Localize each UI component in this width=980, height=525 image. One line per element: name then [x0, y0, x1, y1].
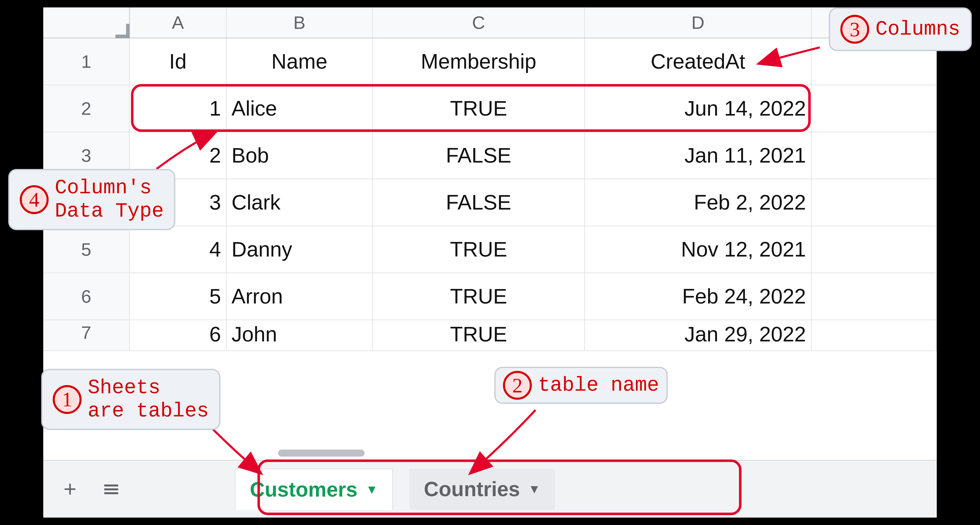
annotation-label: table name: [538, 374, 659, 397]
annotation-label: Sheets are tables: [88, 376, 209, 423]
cell-B3[interactable]: Bob: [227, 132, 373, 179]
cell-E4[interactable]: [811, 179, 937, 226]
cell-C4[interactable]: FALSE: [373, 179, 585, 226]
row-header-7[interactable]: 7: [43, 320, 130, 351]
annotation-1-sheets: 1 Sheets are tables: [41, 369, 220, 430]
cell-C2[interactable]: TRUE: [373, 85, 585, 132]
add-sheet-button[interactable]: [58, 477, 83, 501]
table-row: 3 2 Bob FALSE Jan 11, 2021: [43, 132, 937, 179]
cell-B2[interactable]: Alice: [227, 85, 373, 132]
cell-E6[interactable]: [811, 273, 937, 319]
col-header-A[interactable]: A: [130, 7, 227, 38]
row-header-6[interactable]: 6: [43, 273, 130, 319]
annotation-4-datatype: 4 Column's Data Type: [8, 169, 175, 230]
badge-1: 1: [53, 385, 81, 414]
sheet-tab-bar: Customers ▼ Countries ▼: [43, 460, 937, 518]
cell-B7[interactable]: John: [227, 320, 373, 351]
caret-down-icon: ▼: [366, 482, 378, 496]
cell-C1[interactable]: Membership: [373, 38, 585, 85]
cell-D7[interactable]: Jan 29, 2022: [585, 320, 811, 351]
cell-A6[interactable]: 5: [130, 273, 227, 319]
annotation-3-columns: 3 Columns: [829, 7, 972, 51]
cell-D2[interactable]: Jun 14, 2022: [585, 85, 811, 132]
cell-E3[interactable]: [811, 132, 937, 179]
col-header-D[interactable]: D: [585, 7, 811, 38]
col-header-B[interactable]: B: [227, 7, 373, 38]
column-header-row: A B C D: [43, 7, 937, 38]
badge-2: 2: [503, 371, 532, 400]
cell-C3[interactable]: FALSE: [373, 132, 585, 179]
plus-icon: [61, 480, 79, 498]
table-row: 7 6 John TRUE Jan 29, 2022: [43, 320, 937, 351]
menu-icon: [102, 480, 121, 498]
horizontal-scrollbar[interactable]: [130, 448, 929, 458]
cell-A7[interactable]: 6: [130, 320, 227, 351]
badge-4: 4: [20, 185, 49, 214]
cell-D3[interactable]: Jan 11, 2021: [585, 132, 811, 179]
spreadsheet-frame: A B C D 1 Id Name Membership CreatedAt 2…: [43, 7, 937, 518]
cell-C6[interactable]: TRUE: [373, 273, 585, 319]
sheet-tab-customers[interactable]: Customers ▼: [235, 469, 393, 510]
annotation-label: Column's Data Type: [55, 176, 164, 223]
annotation-label: Columns: [875, 18, 960, 41]
row-header-2[interactable]: 2: [43, 85, 130, 132]
badge-3: 3: [840, 15, 869, 44]
table-row: 5 4 Danny TRUE Nov 12, 2021: [43, 226, 937, 273]
row-header-5[interactable]: 5: [43, 226, 130, 273]
select-all-corner[interactable]: [43, 7, 130, 38]
cell-D4[interactable]: Feb 2, 2022: [585, 179, 811, 226]
sheet-tab-label: Countries: [424, 477, 520, 501]
table-row: 6 5 Arron TRUE Feb 24, 2022: [43, 273, 937, 320]
cell-B6[interactable]: Arron: [227, 273, 373, 319]
cell-C7[interactable]: TRUE: [373, 320, 585, 351]
cell-B5[interactable]: Danny: [227, 226, 373, 273]
sheet-tab-label: Customers: [250, 478, 357, 501]
cell-E2[interactable]: [811, 85, 937, 132]
caret-down-icon: ▼: [528, 482, 540, 496]
sheet-tab-countries[interactable]: Countries ▼: [409, 469, 555, 510]
cell-E5[interactable]: [811, 226, 937, 273]
cell-E7[interactable]: [811, 320, 937, 351]
cell-C5[interactable]: TRUE: [373, 226, 585, 273]
col-header-C[interactable]: C: [373, 7, 585, 38]
all-sheets-button[interactable]: [99, 477, 124, 501]
table-row: 1 Id Name Membership CreatedAt: [43, 38, 937, 85]
table-row: 2 1 Alice TRUE Jun 14, 2022: [43, 85, 937, 132]
cell-D5[interactable]: Nov 12, 2021: [585, 226, 811, 273]
cell-A5[interactable]: 4: [130, 226, 227, 273]
annotation-2-tablename: 2 table name: [494, 367, 668, 404]
cell-B1[interactable]: Name: [227, 38, 373, 85]
table-row: 4 3 Clark FALSE Feb 2, 2022: [43, 179, 937, 226]
cell-B4[interactable]: Clark: [227, 179, 373, 226]
row-header-1[interactable]: 1: [43, 38, 130, 85]
cell-D6[interactable]: Feb 24, 2022: [585, 273, 811, 319]
cell-A2[interactable]: 1: [130, 85, 227, 132]
cell-D1[interactable]: CreatedAt: [585, 38, 811, 85]
cell-A1[interactable]: Id: [130, 38, 227, 85]
